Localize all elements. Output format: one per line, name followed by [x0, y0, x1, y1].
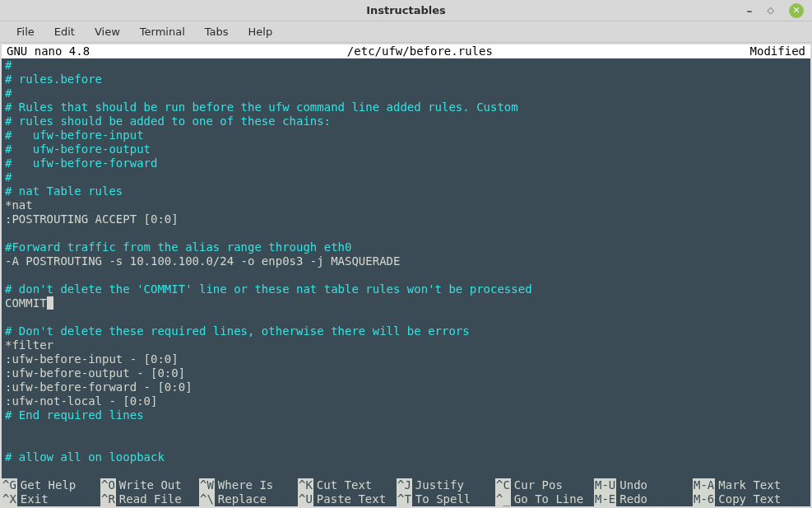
nano-filename: /etc/ufw/before.rules [90, 44, 749, 58]
editor-line: :ufw-before-forward - [0:0] [5, 380, 807, 394]
editor-line [5, 226, 807, 240]
editor-line: # [5, 58, 807, 72]
editor-line: :POSTROUTING ACCEPT [0:0] [5, 212, 807, 226]
nano-modified: Modified [750, 44, 810, 58]
menu-tabs[interactable]: Tabs [198, 24, 235, 40]
shortcut-row: ^GGet Help^OWrite Out^WWhere Is^KCut Tex… [2, 478, 810, 492]
shortcut-label: Exit [21, 492, 49, 506]
shortcut-label: Replace [218, 492, 267, 506]
shortcut: ^WWhere Is [199, 478, 298, 492]
editor-line: :ufw-before-output - [0:0] [5, 366, 807, 380]
menu-file[interactable]: File [10, 24, 41, 40]
editor-line: # nat Table rules [5, 184, 807, 198]
editor-line [5, 268, 807, 282]
shortcut-key: ^W [199, 478, 215, 492]
editor-line: *filter [5, 338, 807, 352]
shortcut-key: M-U [594, 478, 616, 492]
terminal-container: GNU nano 4.8 /etc/ufw/before.rules Modif… [0, 43, 812, 508]
shortcut: ^CCur Pos [495, 478, 594, 492]
shortcut-label: To Spell [415, 492, 471, 506]
menu-terminal[interactable]: Terminal [133, 24, 192, 40]
shortcut-label: Read File [119, 492, 182, 506]
shortcut-label: Cur Pos [514, 478, 563, 492]
shortcut-key: M-6 [693, 492, 715, 506]
editor-line: # rules should be added to one of these … [5, 114, 807, 128]
editor-line: # ufw-before-forward [5, 156, 807, 170]
nano-statusbar: GNU nano 4.8 /etc/ufw/before.rules Modif… [2, 44, 810, 58]
shortcut-label: Mark Text [718, 478, 781, 492]
nano-version: GNU nano 4.8 [2, 44, 90, 58]
shortcut: ^XExit [2, 492, 100, 506]
editor-line: # ufw-before-input [5, 128, 807, 142]
shortcut-label: Copy Text [718, 492, 781, 506]
shortcut-key: ^C [495, 478, 511, 492]
shortcut-label: Write Out [119, 478, 182, 492]
editor-line: # [5, 86, 807, 100]
shortcut-key: ^U [298, 492, 313, 506]
shortcut: M-UUndo [594, 478, 693, 492]
shortcut: ^KCut Text [298, 478, 397, 492]
shortcut-label: Get Help [21, 478, 76, 492]
app-window: Instructables – ◇ ✕ File Edit View Termi… [0, 0, 812, 508]
shortcut: ^RRead File [100, 492, 199, 506]
shortcut-row: ^XExit^RRead File^\Replace^UPaste Text^T… [2, 492, 810, 506]
cursor-icon [47, 296, 53, 310]
editor-line: #Forward traffic from the alias range th… [5, 240, 807, 254]
shortcut-key: M-E [594, 492, 616, 506]
shortcut-label: Cut Text [317, 478, 372, 492]
titlebar[interactable]: Instructables – ◇ ✕ [0, 0, 812, 21]
shortcut: ^UPaste Text [298, 492, 397, 506]
shortcut: M-AMark Text [693, 478, 791, 492]
shortcut-key: ^K [298, 478, 313, 492]
shortcut-key: ^T [397, 492, 412, 506]
editor-line: # ufw-before-output [5, 142, 807, 156]
editor-line: -A POSTROUTING -s 10.100.100.0/24 -o enp… [5, 254, 807, 268]
shortcut-key: ^O [100, 478, 116, 492]
shortcut-label: Paste Text [317, 492, 386, 506]
shortcut-key: ^J [397, 478, 412, 492]
editor-line [5, 436, 807, 450]
shortcut: ^_Go To Line [495, 492, 594, 506]
editor-line: # don't delete the 'COMMIT' line or thes… [5, 282, 807, 296]
window-title: Instructables [0, 4, 812, 16]
editor-line: COMMIT [5, 296, 807, 310]
menu-edit[interactable]: Edit [48, 24, 81, 40]
editor-line [5, 422, 807, 436]
editor-line: # rules.before [5, 72, 807, 86]
editor-line: # allow all on loopback [5, 450, 807, 464]
shortcut: ^TTo Spell [397, 492, 495, 506]
shortcut: ^JJustify [397, 478, 495, 492]
editor-line: *nat [5, 198, 807, 212]
editor-line [5, 310, 807, 324]
shortcut-key: ^G [2, 478, 17, 492]
editor-line: # End required lines [5, 408, 807, 422]
shortcut-key: ^R [100, 492, 116, 506]
editor-line: # Rules that should be run before the uf… [5, 100, 807, 114]
nano-shortcuts: ^GGet Help^OWrite Out^WWhere Is^KCut Tex… [2, 478, 810, 506]
shortcut-key: M-A [693, 478, 715, 492]
shortcut-label: Justify [415, 478, 464, 492]
shortcut: M-6Copy Text [693, 492, 791, 506]
menu-view[interactable]: View [88, 24, 127, 40]
shortcut-label: Redo [619, 492, 647, 506]
menubar: File Edit View Terminal Tabs Help [0, 21, 812, 43]
editor-line: :ufw-before-input - [0:0] [5, 352, 807, 366]
shortcut-label: Go To Line [514, 492, 583, 506]
editor-line: # Don't delete these required lines, oth… [5, 324, 807, 338]
terminal[interactable]: GNU nano 4.8 /etc/ufw/before.rules Modif… [2, 44, 810, 506]
shortcut-key: ^\ [199, 492, 215, 506]
nano-editor[interactable]: ## rules.before## Rules that should be r… [2, 58, 810, 464]
editor-line: :ufw-not-local - [0:0] [5, 394, 807, 408]
editor-line: # [5, 170, 807, 184]
shortcut: ^\Replace [199, 492, 298, 506]
shortcut: ^OWrite Out [100, 478, 199, 492]
shortcut-key: ^X [2, 492, 17, 506]
shortcut: M-ERedo [594, 492, 693, 506]
shortcut: ^GGet Help [2, 478, 100, 492]
shortcut-key: ^_ [495, 492, 511, 506]
menu-help[interactable]: Help [242, 24, 280, 40]
shortcut-label: Undo [619, 478, 647, 492]
shortcut-label: Where Is [218, 478, 273, 492]
